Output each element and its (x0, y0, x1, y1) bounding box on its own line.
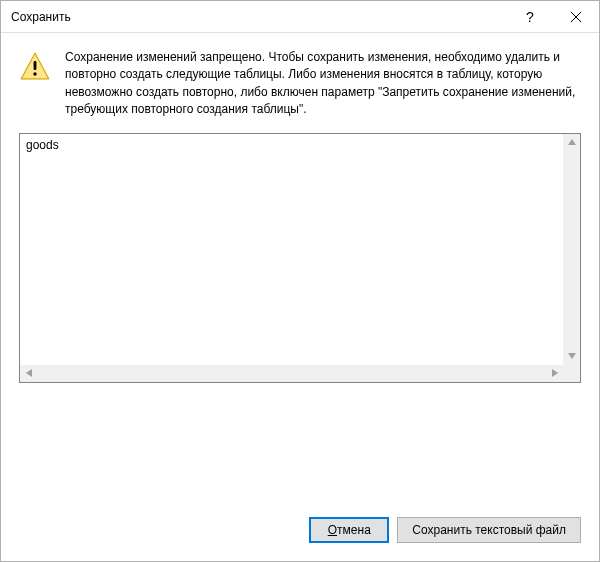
dialog-content: Сохранение изменений запрещено. Чтобы со… (1, 33, 599, 503)
close-icon (571, 12, 581, 22)
vertical-scrollbar[interactable] (563, 134, 580, 365)
cancel-button[interactable]: Отмена (309, 517, 389, 543)
tables-listbox[interactable]: goods (19, 133, 581, 383)
message-text: Сохранение изменений запрещено. Чтобы со… (65, 49, 581, 119)
help-button[interactable]: ? (507, 1, 553, 32)
scroll-up-arrow-icon[interactable] (563, 134, 580, 151)
horizontal-scrollbar[interactable] (20, 365, 563, 382)
message-row: Сохранение изменений запрещено. Чтобы со… (19, 49, 581, 119)
scrollbar-corner (563, 365, 580, 382)
dialog-title: Сохранить (1, 10, 507, 24)
button-row: Отмена Сохранить текстовый файл (1, 503, 599, 561)
close-button[interactable] (553, 1, 599, 32)
svg-point-3 (33, 72, 36, 75)
dialog-window: Сохранить ? Сохранение изменений запреще… (0, 0, 600, 562)
scroll-left-arrow-icon[interactable] (20, 365, 37, 382)
list-content: goods (20, 134, 563, 365)
svg-rect-2 (34, 61, 37, 70)
scroll-down-arrow-icon[interactable] (563, 348, 580, 365)
titlebar: Сохранить ? (1, 1, 599, 33)
scroll-right-arrow-icon[interactable] (546, 365, 563, 382)
save-text-file-button[interactable]: Сохранить текстовый файл (397, 517, 581, 543)
list-item[interactable]: goods (26, 138, 557, 152)
warning-icon (19, 51, 51, 83)
window-controls: ? (507, 1, 599, 32)
